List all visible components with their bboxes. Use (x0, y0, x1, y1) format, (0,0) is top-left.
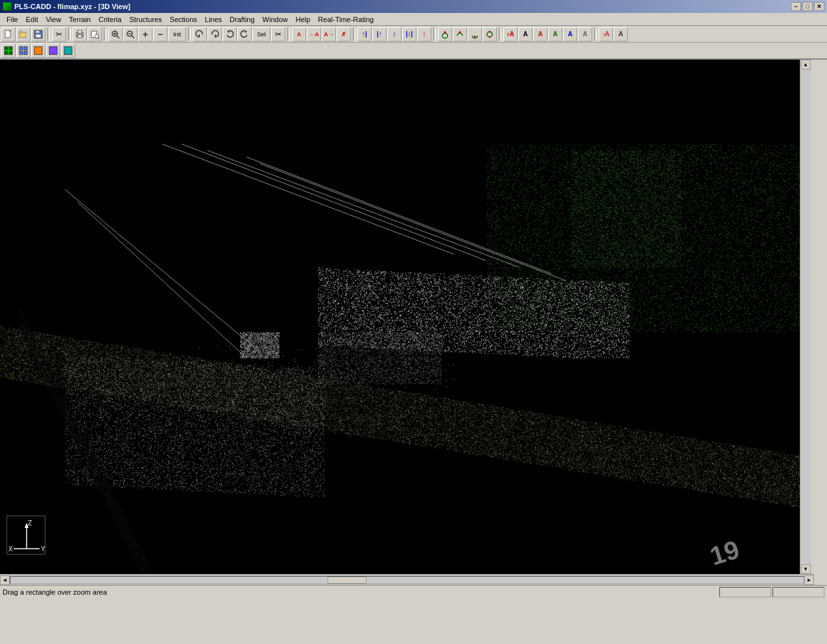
zoom-minus-button[interactable]: − (153, 27, 167, 42)
scroll-down-button[interactable]: ▼ (801, 564, 811, 574)
circle-tool-1[interactable] (438, 27, 452, 42)
save-button[interactable] (31, 27, 45, 42)
zoom-in-button[interactable] (108, 27, 123, 42)
text-a5-icon: A (568, 30, 572, 38)
minus-icon: − (158, 29, 163, 40)
arrow-tool-3[interactable]: ↕ (387, 27, 402, 42)
scissors2-button[interactable]: ✂ (271, 27, 285, 42)
arrow-tool-4[interactable]: |↕| (402, 27, 416, 42)
svg-rect-37 (24, 51, 27, 54)
menu-view[interactable]: View (42, 14, 66, 25)
menu-lines[interactable]: Lines (201, 14, 226, 25)
separator (499, 28, 501, 41)
text3-icon: A→ (324, 31, 334, 38)
hscroll-left-button[interactable]: ◄ (0, 575, 10, 585)
arrow1-icon: ↑| (362, 30, 367, 38)
arrow-tool-2[interactable]: |↑ (372, 27, 387, 42)
svg-rect-36 (19, 51, 23, 54)
scroll-up-button[interactable]: ▲ (801, 60, 811, 69)
text-tool-1[interactable]: A (292, 27, 306, 42)
menu-realtime[interactable]: Real-Time-Rating (314, 14, 378, 25)
toolbar-row1: ✂ + − (0, 26, 827, 43)
set-button[interactable]: Set (252, 27, 270, 42)
hscroll-right-button[interactable]: ► (804, 575, 814, 585)
hscroll-thumb[interactable] (328, 577, 366, 584)
menu-window[interactable]: Window (259, 14, 292, 25)
print-button[interactable] (73, 27, 87, 42)
set-icon: Set (257, 31, 266, 38)
circle-tool-3[interactable] (468, 27, 482, 42)
text-sub1-icon: ₇A (603, 30, 610, 38)
text-tool-2[interactable]: ←A (307, 27, 321, 42)
menu-help[interactable]: Help (292, 14, 315, 25)
view-btn2[interactable] (16, 43, 30, 58)
text-a6[interactable]: A (578, 27, 592, 42)
view-btn3[interactable] (31, 43, 45, 58)
menu-drafting[interactable]: Drafting (226, 14, 259, 25)
circle-tool-2[interactable] (453, 27, 467, 42)
menu-criteria[interactable]: Criteria (95, 14, 125, 25)
zoom-out-icon (126, 30, 135, 39)
rotate-cw-icon (225, 30, 234, 39)
rotate-left-icon (195, 30, 204, 39)
toolbar-row2 (0, 43, 827, 60)
zoom-out-button[interactable] (123, 27, 138, 42)
text-sub2[interactable]: A (614, 27, 628, 42)
circle1-icon (440, 30, 449, 39)
window-title: PLS-CADD - flimap.xyz - [3D View] (14, 3, 130, 10)
menu-terrain[interactable]: Terrain (65, 14, 95, 25)
rotate-ccw-button[interactable] (237, 27, 252, 42)
cut-button[interactable]: ✂ (52, 27, 66, 42)
rotate-cw-button[interactable] (222, 27, 237, 42)
text-a1[interactable]: ₇A (503, 27, 518, 42)
new-button[interactable] (1, 27, 16, 42)
status-panel-1 (719, 587, 771, 597)
maximize-button[interactable]: □ (802, 2, 813, 11)
text-a6-icon: A (582, 30, 587, 38)
horizontal-scrollbar[interactable]: ◄ ► (0, 574, 814, 585)
menu-file[interactable]: File (3, 14, 22, 25)
3d-viewport[interactable]: Z X Y (0, 60, 800, 574)
axis-svg: Z X Y (7, 516, 46, 555)
text1-icon: A (297, 31, 302, 38)
view-btn1[interactable] (1, 43, 16, 58)
circle-tool-4[interactable] (483, 27, 497, 42)
arrow-tool-5[interactable]: ↕ (417, 27, 431, 42)
close-button[interactable]: ✕ (814, 2, 824, 11)
svg-rect-34 (19, 47, 23, 50)
minimize-button[interactable]: − (791, 2, 801, 11)
view5-icon (64, 46, 73, 55)
svg-point-24 (442, 33, 448, 38)
rotate-left-button[interactable] (193, 27, 207, 42)
circle4-icon (485, 30, 494, 39)
text-tool-3[interactable]: A→ (322, 27, 336, 42)
circle2-icon (455, 30, 464, 39)
text-a5[interactable]: A (563, 27, 577, 42)
hscroll-track[interactable] (10, 576, 804, 584)
zoom-cross-button[interactable]: + (138, 27, 152, 42)
zoom-init-button[interactable]: Init (168, 27, 186, 42)
text-a2[interactable]: A (518, 27, 533, 42)
rotate-right-button[interactable] (208, 27, 222, 42)
menu-edit[interactable]: Edit (22, 14, 42, 25)
zoom-in-icon (111, 30, 120, 39)
view1-icon (4, 46, 13, 55)
print-preview-button[interactable] (88, 27, 102, 42)
svg-rect-0 (5, 30, 10, 38)
svg-rect-9 (78, 35, 82, 38)
text-a2-icon: A (523, 30, 527, 38)
zoom-init-icon: Init (173, 31, 181, 38)
text-tool-4[interactable]: ✗ (337, 27, 351, 42)
text-a3[interactable]: A (533, 27, 547, 42)
menu-sections[interactable]: Sections (166, 14, 201, 25)
menu-structures[interactable]: Structures (125, 14, 165, 25)
text-a4[interactable]: A (548, 27, 562, 42)
scroll-track[interactable] (801, 69, 811, 564)
view-btn4[interactable] (46, 43, 60, 58)
view-btn5[interactable] (61, 43, 75, 58)
plus-icon: + (143, 29, 148, 40)
arrow-tool-1[interactable]: ↑| (357, 27, 372, 42)
vertical-scrollbar[interactable]: ▲ ▼ (800, 60, 811, 574)
open-button[interactable] (16, 27, 30, 42)
text-sub1[interactable]: ₇A (599, 27, 613, 42)
